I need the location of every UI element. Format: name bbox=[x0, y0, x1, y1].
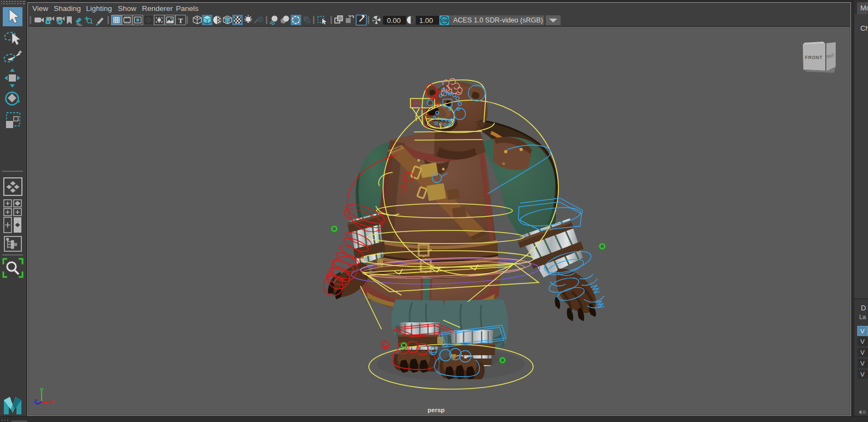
svg-text:V: V bbox=[860, 371, 865, 378]
svg-text:V: V bbox=[860, 338, 865, 345]
svg-text:Ch: Ch bbox=[860, 24, 868, 32]
svg-text:x: x bbox=[51, 398, 55, 404]
svg-text:V: V bbox=[860, 349, 865, 356]
svg-text:0.00: 0.00 bbox=[387, 16, 401, 25]
svg-text:z: z bbox=[34, 397, 37, 404]
svg-text:ON: ON bbox=[441, 18, 447, 23]
svg-text:1.00: 1.00 bbox=[419, 16, 433, 25]
svg-text:V: V bbox=[860, 328, 865, 334]
svg-text:La: La bbox=[859, 314, 866, 320]
svg-text:D: D bbox=[861, 304, 866, 312]
svg-text:ACES 1.0 SDR-video (sRGB): ACES 1.0 SDR-video (sRGB) bbox=[453, 16, 543, 24]
svg-text:FRONT: FRONT bbox=[805, 55, 823, 60]
svg-text:T: T bbox=[178, 16, 183, 25]
svg-text:V: V bbox=[860, 360, 865, 367]
svg-text:persp: persp bbox=[427, 407, 444, 413]
svg-text:Mo: Mo bbox=[860, 4, 868, 12]
svg-text:y: y bbox=[40, 386, 44, 392]
